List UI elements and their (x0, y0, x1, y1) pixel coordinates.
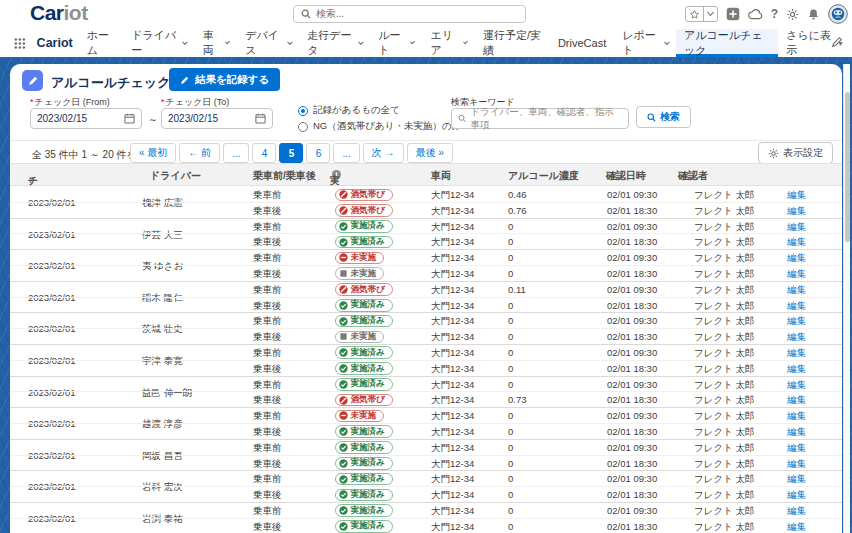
page-button-current[interactable]: 5 (279, 143, 303, 163)
ride-label: 乗車前 (253, 187, 282, 203)
from-date-input[interactable]: 2023/02/15 (30, 108, 142, 129)
check-circle-icon (339, 506, 348, 515)
confirmed-datetime: 02/01 18:30 (607, 519, 657, 533)
nav-tab-アルコールチェック[interactable]: アルコールチェック (676, 29, 778, 57)
ride-label: 乗車後 (253, 329, 282, 345)
nav-tab-車両[interactable]: 車両 (195, 29, 237, 57)
edit-link[interactable]: 編集 (787, 361, 806, 377)
record-result-button[interactable]: 結果を記録する (169, 68, 280, 91)
scrollbar-thumb[interactable] (845, 92, 850, 242)
favorites-dropdown-caret[interactable] (703, 7, 717, 21)
edit-link[interactable]: 編集 (787, 282, 806, 298)
notifications-bell-icon[interactable] (807, 8, 820, 21)
checker-name: フレクト 太郎 (694, 266, 755, 282)
edit-link[interactable]: 編集 (787, 456, 806, 472)
edit-link[interactable]: 編集 (787, 424, 806, 440)
check-subrow: 乗車後実施済み大門12-34002/01 18:30フレクト 太郎編集 (10, 424, 842, 440)
edit-link[interactable]: 編集 (787, 440, 806, 456)
edit-link[interactable]: 編集 (787, 487, 806, 503)
radio-unselected-icon[interactable] (298, 122, 308, 132)
help-icon[interactable]: ? (771, 7, 778, 21)
edit-link[interactable]: 編集 (787, 313, 806, 329)
avatar[interactable] (828, 4, 848, 24)
edit-link[interactable]: 編集 (787, 250, 806, 266)
page-button-...[interactable]: ... (333, 143, 359, 163)
page-button-...[interactable]: ... (223, 143, 249, 163)
edit-link[interactable]: 編集 (787, 234, 806, 250)
add-icon[interactable] (726, 7, 740, 21)
nav-tab-エリア[interactable]: エリア (423, 29, 475, 57)
favorites-control[interactable] (685, 6, 718, 22)
page-button-4[interactable]: 4 (252, 143, 276, 163)
edit-link[interactable]: 編集 (787, 345, 806, 361)
ride-label: 乗車後 (253, 266, 282, 282)
vertical-scrollbar[interactable] (843, 64, 850, 533)
check-circle-icon (339, 380, 348, 389)
app-launcher-icon[interactable] (14, 37, 26, 50)
calendar-icon[interactable] (124, 113, 135, 124)
nav-tab-レポート[interactable]: レポート (614, 29, 676, 57)
search-icon (647, 113, 656, 122)
display-settings-button[interactable]: 表示設定 (758, 142, 833, 164)
vehicle: 大門12-34 (431, 345, 474, 361)
nav-tab-走行データ[interactable]: 走行データ (299, 29, 370, 57)
check-subrow: 乗車後実施済み大門12-34002/01 18:30フレクト 太郎編集 (10, 487, 842, 503)
edit-link[interactable]: 編集 (787, 298, 806, 314)
nav-tab-ドライバー[interactable]: ドライバー (123, 29, 194, 57)
table-row: 2023/02/01岩科 宏次乗車前実施済み大門12-34002/01 09:3… (10, 471, 842, 503)
favorites-star-icon[interactable] (686, 7, 703, 21)
edit-link[interactable]: 編集 (787, 266, 806, 282)
nav-tab-運行予定/実績[interactable]: 運行予定/実績 (475, 29, 550, 57)
chevron-down-icon (463, 39, 468, 44)
edit-link[interactable]: 編集 (787, 503, 806, 519)
edit-nav-pencil-icon[interactable] (831, 36, 843, 48)
chevron-down-icon (225, 39, 230, 44)
page-button-←前[interactable]: ← 前 (179, 143, 220, 163)
ride-label: 乗車後 (253, 487, 282, 503)
edit-link[interactable]: 編集 (787, 408, 806, 424)
chevron-down-icon (664, 39, 669, 44)
nav-tab-ルート[interactable]: ルート (370, 29, 422, 57)
cloud-icon[interactable] (748, 8, 763, 20)
alcohol-level: 0.76 (508, 203, 527, 219)
edit-link[interactable]: 編集 (787, 187, 806, 203)
edit-link[interactable]: 編集 (787, 203, 806, 219)
check-circle-icon (339, 364, 348, 373)
ride-label: 乗車前 (253, 503, 282, 519)
search-button[interactable]: 検索 (636, 106, 691, 128)
edit-link[interactable]: 編集 (787, 471, 806, 487)
vehicle: 大門12-34 (431, 298, 474, 314)
radio-all-records[interactable]: 記録があるもの全て (298, 104, 461, 117)
page-button-最後»[interactable]: 最後 » (407, 143, 453, 163)
nav-tab-デバイス[interactable]: デバイス (237, 29, 299, 57)
confirmed-datetime: 02/01 09:30 (607, 282, 657, 298)
edit-link[interactable]: 編集 (787, 392, 806, 408)
nav-tab-ホーム[interactable]: ホーム (79, 29, 124, 57)
table-row: 2023/02/01岡坂 昌吾乗車前実施済み大門12-34002/01 09:3… (10, 440, 842, 472)
edit-link[interactable]: 編集 (787, 519, 806, 533)
keyword-input[interactable]: ドライバー、車両、確認者、指示事項 (451, 108, 629, 129)
edit-link[interactable]: 編集 (787, 329, 806, 345)
minus-circle-icon (339, 253, 348, 262)
checker-name: フレクト 太郎 (694, 187, 755, 203)
radio-ng-only[interactable]: NG（酒気帯びあり・未実施）のみ (298, 120, 461, 133)
page-button-次→[interactable]: 次 → (363, 143, 404, 163)
calendar-icon[interactable] (255, 113, 266, 124)
status-badge-done: 実施済み (335, 378, 393, 391)
global-search-input[interactable]: 検索... (293, 5, 526, 23)
setup-gear-icon[interactable] (786, 8, 799, 21)
radio-selected-icon[interactable] (298, 106, 308, 116)
check-subrow: 乗車後実施済み大門12-34002/01 18:30フレクト 太郎編集 (10, 361, 842, 377)
page-button-«最初[interactable]: « 最初 (130, 143, 176, 163)
edit-link[interactable]: 編集 (787, 219, 806, 235)
edit-link[interactable]: 編集 (787, 377, 806, 393)
checker-name: フレクト 太郎 (694, 471, 755, 487)
confirmed-datetime: 02/01 18:30 (607, 266, 657, 282)
page-button-6[interactable]: 6 (306, 143, 330, 163)
confirmed-datetime: 02/01 18:30 (607, 424, 657, 440)
vehicle: 大門12-34 (431, 329, 474, 345)
vehicle: 大門12-34 (431, 266, 474, 282)
nav-tab-DriveCast[interactable]: DriveCast (550, 29, 614, 57)
confirmed-datetime: 02/01 09:30 (607, 187, 657, 203)
to-date-input[interactable]: 2023/02/15 (161, 108, 273, 129)
